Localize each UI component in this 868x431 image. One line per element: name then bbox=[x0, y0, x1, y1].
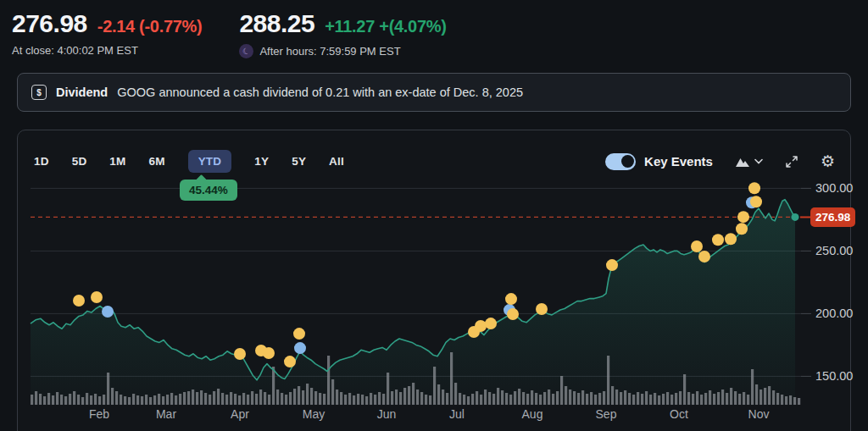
toggle-track[interactable] bbox=[605, 153, 636, 170]
range-button-1y[interactable]: 1Y bbox=[254, 150, 269, 173]
after-hours-time: After hours: 7:59:59 PM EST bbox=[259, 45, 400, 58]
range-change-badge: 45.44% bbox=[180, 180, 237, 201]
regular-session-time: At close: 4:00:02 PM EST bbox=[12, 44, 202, 57]
dollar-square-icon: $ bbox=[31, 85, 47, 100]
toggle-knob bbox=[621, 155, 634, 168]
chart-toolbar: 1D5D1M6MYTD1Y5YAll Key Events ⚙ bbox=[34, 150, 835, 173]
range-button-ytd[interactable]: YTD bbox=[188, 150, 232, 173]
current-price-tag: 276.98 bbox=[810, 207, 855, 227]
regular-session-quote: 276.98 -2.14 (-0.77%) At close: 4:00:02 … bbox=[12, 9, 202, 58]
range-button-5d[interactable]: 5D bbox=[72, 150, 87, 173]
key-events-label: Key Events bbox=[644, 154, 713, 169]
chevron-down-icon bbox=[754, 158, 763, 164]
after-hours-price: 288.25 bbox=[239, 9, 314, 38]
after-hours-change: +11.27 +(4.07%) bbox=[325, 17, 446, 36]
range-button-all[interactable]: All bbox=[329, 150, 344, 173]
gear-icon: ⚙ bbox=[821, 153, 835, 169]
range-button-6m[interactable]: 6M bbox=[149, 150, 165, 173]
chart-card: 1D5D1M6MYTD1Y5YAll Key Events ⚙ bbox=[17, 130, 851, 431]
expand-icon bbox=[785, 155, 798, 169]
moon-icon: ☾ bbox=[239, 44, 253, 58]
range-button-5y[interactable]: 5Y bbox=[292, 150, 306, 173]
range-button-1m[interactable]: 1M bbox=[109, 150, 125, 173]
dividend-banner: $ Dividend GOOG announced a cash dividen… bbox=[17, 73, 851, 112]
chart-tools: Key Events ⚙ bbox=[605, 153, 835, 170]
regular-price: 276.98 bbox=[12, 9, 87, 38]
range-button-1d[interactable]: 1D bbox=[34, 150, 49, 173]
quote-header: 276.98 -2.14 (-0.77%) At close: 4:00:02 … bbox=[0, 0, 868, 58]
chart-type-button[interactable] bbox=[735, 156, 763, 168]
range-selector: 1D5D1M6MYTD1Y5YAll bbox=[34, 150, 344, 173]
dividend-banner-title: Dividend bbox=[56, 86, 108, 99]
key-events-toggle[interactable]: Key Events bbox=[605, 153, 713, 170]
expand-button[interactable] bbox=[785, 155, 798, 169]
after-hours-quote: 288.25 +11.27 +(4.07%) ☾ After hours: 7:… bbox=[239, 9, 446, 58]
mountain-chart-icon bbox=[735, 156, 750, 168]
settings-button[interactable]: ⚙ bbox=[821, 153, 835, 169]
dividend-banner-text: GOOG announced a cash dividend of 0.21 w… bbox=[117, 86, 523, 99]
regular-change: -2.14 (-0.77%) bbox=[97, 17, 203, 36]
